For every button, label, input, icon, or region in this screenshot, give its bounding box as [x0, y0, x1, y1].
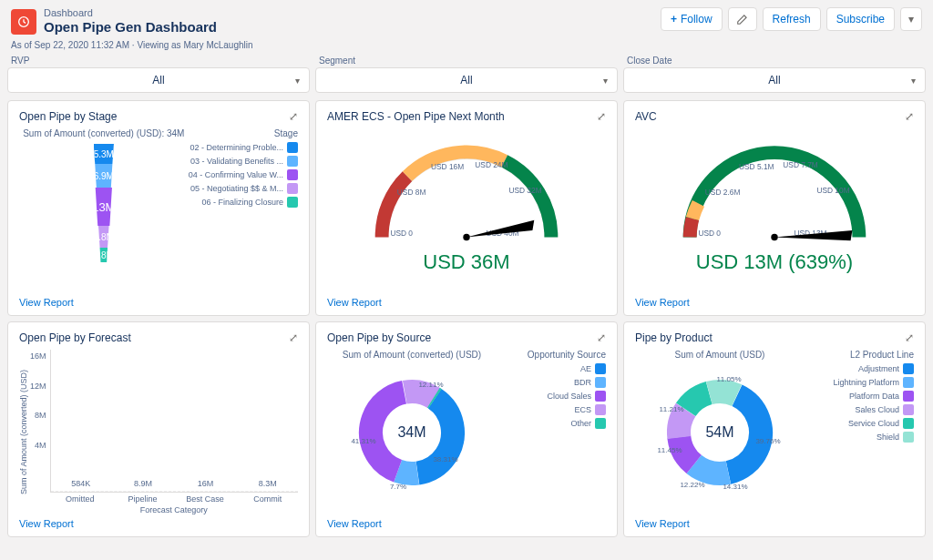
svg-text:USD 8M: USD 8M: [397, 188, 426, 197]
svg-text:USD 10M: USD 10M: [816, 186, 849, 195]
svg-text:USD 7.7M: USD 7.7M: [783, 160, 818, 169]
funnel-seg: 5.3M: [94, 144, 114, 164]
svg-text:12.22%: 12.22%: [680, 481, 704, 489]
svg-text:34M: 34M: [397, 424, 425, 440]
svg-text:41.31%: 41.31%: [351, 437, 375, 445]
follow-button[interactable]: +Follow: [661, 7, 723, 31]
header-actions: +Follow Refresh Subscribe ▾: [661, 7, 922, 31]
svg-text:USD 2.6M: USD 2.6M: [705, 188, 741, 197]
subscribe-button[interactable]: Subscribe: [826, 7, 895, 31]
gauge-value: USD 13M (639%): [696, 250, 853, 274]
card-open-pipe-by-source: Open Pipe by Source⤢ Sum of Amount (conv…: [315, 321, 618, 537]
chevron-down-icon: ▾: [911, 76, 916, 86]
card-title: AVC: [635, 110, 657, 123]
x-axis: OmittedPipelineBest CaseCommit: [50, 493, 298, 504]
svg-text:USD 24M: USD 24M: [475, 160, 508, 169]
card-title: Open Pipe by Source: [327, 331, 431, 344]
card-title: Open Pipe by Forecast: [19, 331, 131, 344]
svg-point-8: [463, 234, 469, 240]
svg-text:54M: 54M: [705, 424, 733, 440]
funnel-legend: Stage 02 - Determining Proble... 03 - Va…: [189, 128, 298, 293]
gauge-chart: USD 0 USD 2.6M USD 5.1M USD 7.7M USD 10M…: [656, 136, 893, 254]
edit-button[interactable]: [728, 7, 757, 31]
bar-chart: 584K 8.9M 16M 8.3M: [50, 350, 298, 493]
gauge-chart: USD 0 USD 8M USD 16M USD 24M USD 32M USD…: [348, 136, 585, 254]
donut-subtitle: Sum of Amount (converted) (USD): [343, 350, 481, 360]
donut-legend: Opportunity Source AE BDR Cloud Sales EC…: [497, 350, 606, 514]
donut-subtitle: Sum of Amount (USD): [675, 350, 765, 360]
donut-chart: 54M 11.05% 39.76% 14.31% 12.22% 11.45% 1…: [651, 361, 788, 498]
chevron-down-icon: ▾: [603, 76, 608, 86]
gauge-value: USD 36M: [423, 250, 509, 274]
funnel-seg: 6.9M: [94, 164, 114, 188]
page-header: Dashboard Open Pipe Gen Dashboard +Follo…: [0, 0, 933, 40]
filter-label-rvp: RVP: [11, 56, 306, 66]
card-open-pipe-by-stage: Open Pipe by Stage⤢ Sum of Amount (conve…: [7, 100, 310, 316]
svg-text:14.31%: 14.31%: [723, 483, 747, 491]
expand-icon[interactable]: ⤢: [289, 110, 298, 123]
card-open-pipe-by-forecast: Open Pipe by Forecast⤢ Sum of Amount (co…: [7, 321, 310, 537]
funnel-seg: 13M: [92, 188, 115, 226]
filter-select-rvp[interactable]: All▾: [7, 67, 310, 93]
funnel-seg: 5.8M: [94, 226, 114, 248]
card-title: Open Pipe by Stage: [19, 110, 117, 123]
donut-chart: 34M 12.11% 38.31% 7.7% 41.31%: [343, 361, 480, 498]
svg-text:USD 0: USD 0: [390, 229, 413, 238]
card-avc: AVC⤢ USD 0 USD 2.6M USD 5.1M USD 7.7M US…: [623, 100, 926, 316]
filter-label-segment: Segment: [319, 56, 614, 66]
view-report-link[interactable]: View Report: [327, 518, 606, 529]
view-report-link[interactable]: View Report: [635, 297, 914, 308]
svg-point-16: [771, 234, 777, 240]
funnel-subtitle: Sum of Amount (converted) (USD): 34M: [23, 128, 184, 138]
expand-icon[interactable]: ⤢: [905, 110, 914, 123]
expand-icon[interactable]: ⤢: [597, 331, 606, 344]
funnel-seg: 2.8M: [94, 248, 114, 262]
expand-icon[interactable]: ⤢: [905, 331, 914, 344]
filter-select-closedate[interactable]: All▾: [623, 67, 926, 93]
y-axis: 16M12M8M4M: [30, 350, 50, 486]
svg-text:38.31%: 38.31%: [433, 455, 457, 463]
expand-icon[interactable]: ⤢: [289, 331, 298, 344]
view-report-link[interactable]: View Report: [327, 297, 606, 308]
card-pipe-by-product: Pipe by Product⤢ Sum of Amount (USD) 54M…: [623, 321, 926, 537]
card-open-pipe-next-month: AMER ECS - Open Pipe Next Month⤢ USD 0 U…: [315, 100, 618, 316]
page-title: Open Pipe Gen Dashboard: [44, 19, 217, 35]
view-report-link[interactable]: View Report: [635, 518, 914, 529]
svg-text:7.7%: 7.7%: [390, 483, 406, 491]
filter-bar: RVP All▾ Segment All▾ Close Date All▾: [0, 56, 933, 100]
donut-legend: L2 Product Line Adjustment Lightning Pla…: [805, 350, 914, 514]
more-actions-button[interactable]: ▾: [900, 7, 922, 31]
dashboard-icon: [11, 9, 36, 35]
expand-icon[interactable]: ⤢: [597, 110, 606, 123]
svg-text:USD 16M: USD 16M: [431, 162, 464, 171]
filter-select-segment[interactable]: All▾: [315, 67, 618, 93]
card-title: Pipe by Product: [635, 331, 713, 344]
card-title: AMER ECS - Open Pipe Next Month: [327, 110, 505, 123]
x-axis-label: Forecast Category: [50, 505, 298, 514]
view-report-link[interactable]: View Report: [19, 297, 298, 308]
filter-label-closedate: Close Date: [627, 56, 922, 66]
svg-text:11.21%: 11.21%: [659, 405, 683, 413]
svg-text:USD 5.1M: USD 5.1M: [739, 162, 774, 171]
breadcrumb: Dashboard: [44, 7, 217, 18]
svg-text:39.76%: 39.76%: [755, 437, 780, 445]
dashboard-grid: Open Pipe by Stage⤢ Sum of Amount (conve…: [0, 100, 933, 537]
view-report-link[interactable]: View Report: [19, 518, 298, 529]
svg-text:11.05%: 11.05%: [716, 375, 741, 383]
chevron-down-icon: ▾: [295, 76, 300, 86]
y-axis-label: Sum of Amount (converted) (USD): [19, 350, 28, 514]
svg-text:USD 0: USD 0: [698, 229, 721, 238]
svg-text:12.11%: 12.11%: [418, 381, 443, 389]
funnel-chart: 5.3M 6.9M 13M 5.8M 2.8M: [45, 144, 163, 262]
refresh-button[interactable]: Refresh: [763, 7, 821, 31]
svg-text:USD 32M: USD 32M: [508, 186, 541, 195]
svg-text:11.45%: 11.45%: [657, 446, 682, 454]
subheader: As of Sep 22, 2020 11:32 AM · Viewing as…: [0, 40, 933, 56]
